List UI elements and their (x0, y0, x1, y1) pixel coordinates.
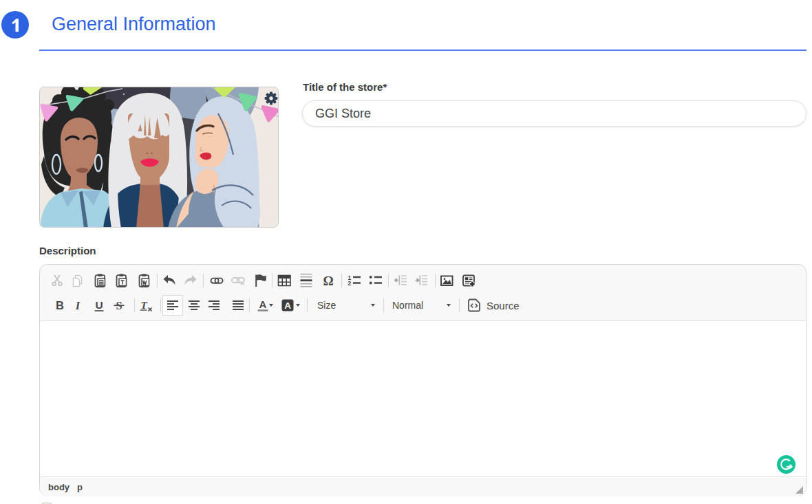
svg-text:U: U (95, 299, 103, 311)
svg-text:B: B (56, 299, 64, 311)
svg-text:T: T (140, 300, 147, 311)
svg-text:I: I (75, 299, 81, 312)
svg-text:A: A (284, 300, 291, 311)
svg-text:Ω: Ω (323, 274, 333, 288)
svg-text:2: 2 (348, 280, 352, 287)
svg-text:A: A (259, 298, 267, 310)
